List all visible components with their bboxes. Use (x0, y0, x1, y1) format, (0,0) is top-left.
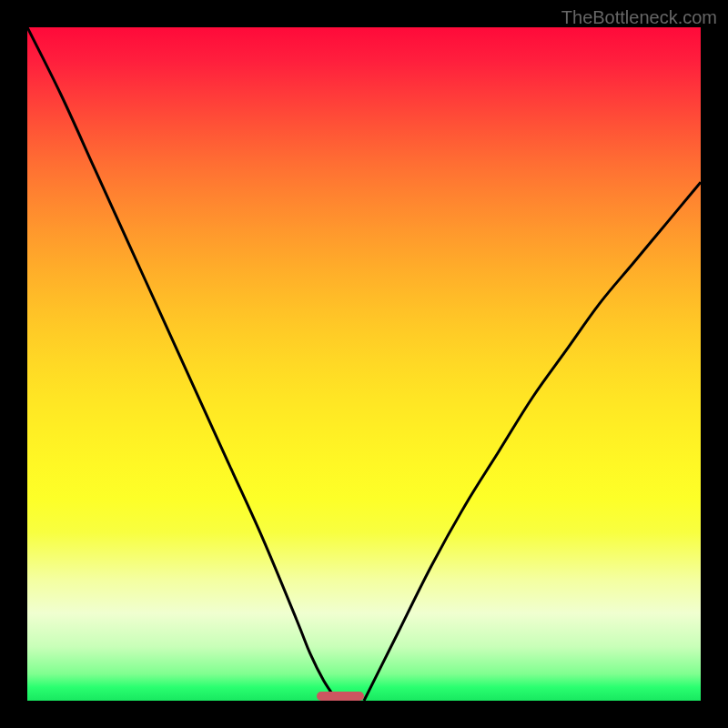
bottleneck-marker (317, 692, 364, 701)
watermark-text: TheBottleneck.com (561, 7, 717, 28)
plot-area (27, 27, 701, 701)
curves-svg (27, 27, 701, 701)
right-curve (364, 182, 701, 701)
left-curve (27, 27, 337, 701)
